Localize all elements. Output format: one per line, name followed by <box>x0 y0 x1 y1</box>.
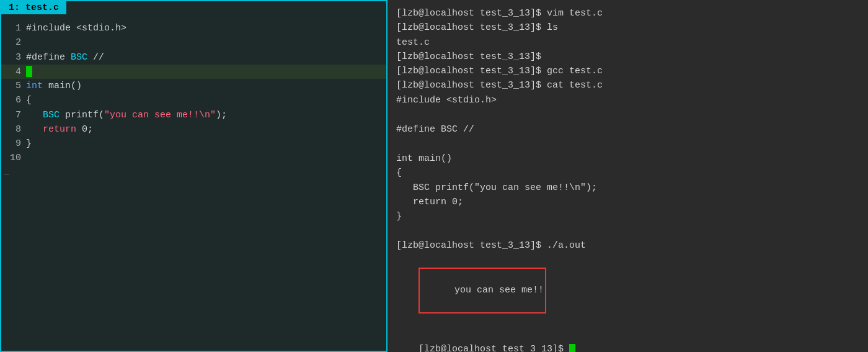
terminal-blank-3 <box>396 223 859 238</box>
terminal-line-7: #include <stdio.h> <box>396 93 859 107</box>
highlighted-output-text: you can see me!! <box>454 285 544 296</box>
code-line-4: 4 <box>1 65 386 79</box>
vim-tab: 1: test.c <box>1 1 66 14</box>
terminal-line-9: int main() <box>396 151 859 166</box>
terminal-line-last: [lzb@localhost test_3_13]$ <box>396 328 859 352</box>
terminal-line-3: test.c <box>396 35 859 50</box>
terminal-line-1: [lzb@localhost test_3_13]$ vim test.c <box>396 6 859 20</box>
terminal-line-2: [lzb@localhost test_3_13]$ ls <box>396 20 859 35</box>
terminal-line-5: [lzb@localhost test_3_13]$ gcc test.c <box>396 64 859 78</box>
code-line-5: 5 int main() <box>1 79 386 93</box>
terminal-line-8: #define BSC // <box>396 122 859 137</box>
terminal-line-12: return 0; <box>396 195 859 209</box>
code-line-3: 3 #define BSC // <box>1 50 386 65</box>
terminal-line-10: { <box>396 166 859 180</box>
vim-editor: 1: test.c 1 #include <stdio.h> 2 3 #defi… <box>0 0 388 352</box>
terminal-blank-2 <box>396 137 859 151</box>
code-line-2: 2 <box>1 35 386 50</box>
terminal-line-14: [lzb@localhost test_3_13]$ ./a.out <box>396 238 859 253</box>
output-highlight-box: you can see me!! <box>418 268 546 314</box>
terminal-blank-1 <box>396 107 859 122</box>
code-line-8: 8 return 0; <box>1 122 386 137</box>
code-line-10: 10 <box>1 151 386 165</box>
terminal: [lzb@localhost test_3_13]$ vim test.c [l… <box>388 0 868 352</box>
code-line-7: 7 BSC printf("you can see me!!\n"); <box>1 108 386 122</box>
terminal-line-4: [lzb@localhost test_3_13]$ <box>396 50 859 64</box>
code-line-9: 9 } <box>1 137 386 151</box>
terminal-line-13: } <box>396 209 859 223</box>
vim-code-area: 1 #include <stdio.h> 2 3 #define BSC // … <box>1 19 386 168</box>
terminal-line-11: BSC printf("you can see me!!\n"); <box>396 181 859 195</box>
terminal-line-6: [lzb@localhost test_3_13]$ cat test.c <box>396 78 859 93</box>
code-line-6: 6 { <box>1 93 386 107</box>
vim-tilde: ~ <box>1 168 386 183</box>
terminal-line-highlighted: you can see me!! <box>396 253 859 328</box>
code-line-1: 1 #include <stdio.h> <box>1 21 386 35</box>
terminal-cursor <box>569 344 575 352</box>
